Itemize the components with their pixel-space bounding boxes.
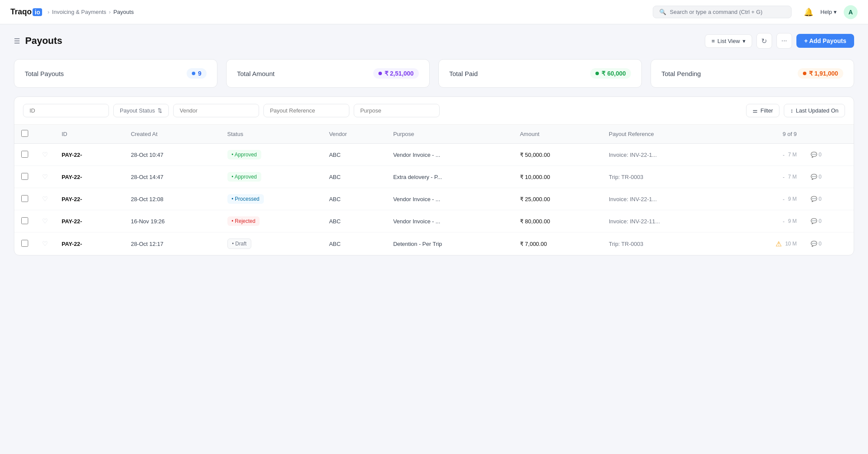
row-time-3: - 9 M	[733, 210, 804, 232]
status-filter-label: Payout Status	[120, 107, 155, 114]
favorite-icon-4[interactable]: ♡	[42, 240, 48, 247]
sort-button[interactable]: ↕ Last Updated On	[784, 104, 845, 117]
th-id: ID	[55, 125, 124, 144]
row-created-2: 28-Oct 12:08	[124, 188, 220, 210]
favorite-icon-2[interactable]: ♡	[42, 195, 48, 202]
row-amount-1: ₹ 10,000.00	[513, 166, 602, 188]
table-container: Payout Status ⇅ ⚌ Filter ↕ Last Updated …	[14, 96, 854, 255]
row-purpose-0: Vendor Invoice - ...	[386, 144, 513, 166]
row-created-3: 16-Nov 19:26	[124, 210, 220, 232]
menu-icon[interactable]: ☰	[14, 37, 20, 45]
th-amount: Amount	[513, 125, 602, 144]
row-checkbox-input-2[interactable]	[21, 195, 28, 202]
row-checkbox-input-0[interactable]	[21, 151, 28, 158]
dash-icon-2: -	[783, 196, 785, 202]
header-actions: ≡ List View ▾ ↻ ··· + Add Payouts	[705, 33, 854, 49]
purpose-filter[interactable]	[354, 104, 440, 117]
row-comments-4: 💬 0	[804, 232, 854, 255]
chevron-icon: ⇅	[158, 107, 162, 114]
row-id-2[interactable]: PAY-22-	[55, 188, 124, 210]
row-comments-2: 💬 0	[804, 188, 854, 210]
row-reference-4: Trip: TR-0003	[602, 232, 733, 255]
more-options-button[interactable]: ···	[776, 33, 792, 49]
table-row: ♡ PAY-22- 16-Nov 19:26 • Rejected ABC Ve…	[14, 210, 854, 232]
th-vendor: Vendor	[322, 125, 386, 144]
logo[interactable]: Traqoio	[10, 7, 42, 17]
breadcrumb: › Invoicing & Payments › Payouts	[47, 9, 134, 15]
row-comments-3: 💬 0	[804, 210, 854, 232]
row-time-0: - 7 M	[733, 144, 804, 166]
status-filter[interactable]: Payout Status ⇅	[113, 104, 169, 117]
row-fav-2: ♡	[35, 188, 55, 210]
warn-icon-4: ⚠	[776, 240, 782, 248]
row-fav-0: ♡	[35, 144, 55, 166]
favorite-icon-3[interactable]: ♡	[42, 217, 48, 225]
filter-right: ⚌ Filter ↕ Last Updated On	[746, 104, 845, 117]
row-checkbox-input-3[interactable]	[21, 217, 28, 224]
time-text-3: 9 M	[788, 218, 797, 224]
reference-filter[interactable]	[263, 104, 349, 117]
stat-badge-1: ₹ 2,51,000	[373, 68, 419, 79]
row-time-4: ⚠ 10 M	[733, 232, 804, 255]
favorite-icon-0[interactable]: ♡	[42, 151, 48, 158]
th-fav	[35, 125, 55, 144]
payouts-table: ID Created At Status Vendor Purpose Amou…	[14, 125, 854, 255]
row-status-1: • Approved	[220, 166, 322, 188]
row-fav-3: ♡	[35, 210, 55, 232]
bell-icon[interactable]: 🔔	[804, 7, 813, 17]
row-created-1: 28-Oct 14:47	[124, 166, 220, 188]
row-id-3[interactable]: PAY-22-	[55, 210, 124, 232]
page-header: ☰ Payouts ≡ List View ▾ ↻ ··· + Add Payo…	[0, 24, 868, 54]
add-payouts-button[interactable]: + Add Payouts	[796, 34, 854, 48]
list-view-button[interactable]: ≡ List View ▾	[705, 34, 752, 48]
table-row: ♡ PAY-22- 28-Oct 12:08 • Processed ABC V…	[14, 188, 854, 210]
search-icon: 🔍	[659, 9, 666, 15]
row-checkbox-3	[14, 210, 35, 232]
search-placeholder: Search or type a command (Ctrl + G)	[670, 9, 763, 15]
row-status-2: • Processed	[220, 188, 322, 210]
row-checkbox-input-1[interactable]	[21, 173, 28, 180]
table-row: ♡ PAY-22- 28-Oct 14:47 • Approved ABC Ex…	[14, 166, 854, 188]
id-filter[interactable]	[23, 104, 109, 117]
select-all-checkbox[interactable]	[21, 130, 28, 137]
comment-icon-3[interactable]: 💬 0	[811, 218, 847, 224]
row-id-1[interactable]: PAY-22-	[55, 166, 124, 188]
th-created-at: Created At	[124, 125, 220, 144]
list-view-icon: ≡	[711, 38, 715, 44]
stat-label-3: Total Pending	[661, 70, 701, 77]
refresh-button[interactable]: ↻	[756, 33, 772, 49]
comment-icon-2[interactable]: 💬 0	[811, 196, 847, 202]
row-comments-1: 💬 0	[804, 166, 854, 188]
comment-icon-4[interactable]: 💬 0	[811, 241, 847, 247]
more-icon: ···	[781, 37, 787, 45]
vendor-filter[interactable]	[173, 104, 259, 117]
topnav: Traqoio › Invoicing & Payments › Payouts…	[0, 0, 868, 24]
row-purpose-2: Vendor Invoice - ...	[386, 188, 513, 210]
favorite-icon-1[interactable]: ♡	[42, 173, 48, 180]
row-id-0[interactable]: PAY-22-	[55, 144, 124, 166]
search-bar[interactable]: 🔍 Search or type a command (Ctrl + G)	[653, 6, 792, 18]
stats-row: Total Payouts 9 Total Amount ₹ 2,51,000 …	[0, 54, 868, 96]
status-badge-2: • Processed	[227, 194, 264, 204]
row-vendor-1: ABC	[322, 166, 386, 188]
refresh-icon: ↻	[761, 37, 767, 45]
row-vendor-3: ABC	[322, 210, 386, 232]
row-checkbox-2	[14, 188, 35, 210]
stat-card-2: Total Paid ₹ 60,000	[438, 59, 642, 88]
filter-label: Filter	[760, 107, 773, 114]
row-id-4[interactable]: PAY-22-	[55, 232, 124, 255]
avatar[interactable]: A	[844, 5, 858, 19]
row-checkbox-input-4[interactable]	[21, 240, 28, 247]
comment-icon-0[interactable]: 💬 0	[811, 152, 847, 158]
status-badge-3: • Rejected	[227, 216, 260, 226]
row-vendor-0: ABC	[322, 144, 386, 166]
logo-text: Traqo	[10, 7, 32, 17]
filter-button[interactable]: ⚌ Filter	[746, 104, 779, 117]
row-purpose-3: Vendor Invoice - ...	[386, 210, 513, 232]
row-reference-0: Invoice: INV-22-1...	[602, 144, 733, 166]
breadcrumb-parent[interactable]: Invoicing & Payments	[52, 9, 106, 15]
comment-icon-1[interactable]: 💬 0	[811, 174, 847, 180]
help-button[interactable]: Help ▾	[820, 9, 837, 15]
sort-icon: ↕	[790, 107, 793, 114]
row-created-0: 28-Oct 10:47	[124, 144, 220, 166]
